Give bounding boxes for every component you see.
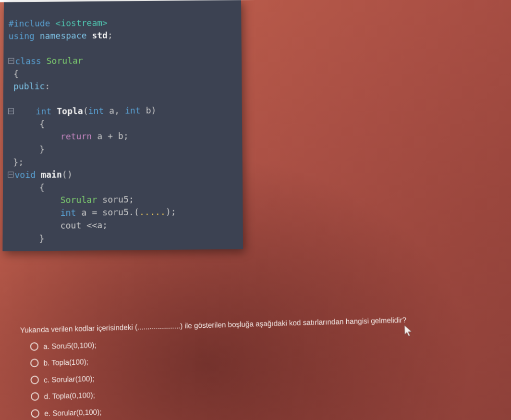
code-token: #include (9, 18, 56, 29)
code-token: () (62, 169, 73, 180)
fold-toggle-icon[interactable] (8, 172, 13, 177)
code-token: using (9, 31, 40, 41)
code-token: { (39, 182, 45, 192)
code-token: <<a; (86, 220, 108, 230)
code-token: { (8, 69, 19, 79)
fold-toggle-icon[interactable] (8, 58, 14, 64)
code-token: }; (8, 157, 24, 168)
code-token: int (88, 106, 110, 116)
radio-icon[interactable] (30, 375, 39, 384)
radio-icon[interactable] (31, 392, 39, 401)
code-token: ) (151, 105, 156, 115)
code-token: ; (108, 30, 113, 40)
code-token: namespace (40, 30, 92, 41)
code-token: Sorular (47, 55, 83, 66)
code-token: b (146, 105, 151, 115)
code-token: int (61, 207, 82, 218)
code-token: ..... (139, 207, 166, 217)
radio-icon[interactable] (31, 409, 39, 418)
code-token: a + b; (97, 131, 129, 141)
code-token: a = soru5.( (81, 207, 139, 218)
code-token: public (8, 81, 45, 91)
code-token: return (61, 131, 97, 141)
code-token: void (14, 170, 41, 180)
code-token: ; (129, 194, 134, 205)
code-token: std (92, 30, 108, 40)
question-area: Yukarıda verilen kodlar içerisindeki (..… (20, 311, 511, 420)
code-token: <iostream> (55, 18, 108, 28)
radio-icon[interactable] (30, 342, 39, 351)
option-label: a. Soru5(0,100); (43, 338, 97, 352)
code-token: main (41, 169, 62, 180)
code-token: : (45, 81, 50, 91)
code-token: , (114, 105, 125, 115)
cursor-icon (404, 325, 413, 337)
radio-icon[interactable] (30, 359, 39, 368)
option-label: b. Topla(100); (43, 355, 88, 369)
code-token: { (39, 119, 45, 129)
code-token: Topla (57, 106, 83, 116)
code-token: int (125, 105, 146, 116)
code-token: a (109, 106, 114, 116)
option-label: c. Sorular(100); (44, 372, 95, 386)
code-token: ); (166, 207, 176, 217)
code-token: soru5 (102, 194, 129, 205)
fold-toggle-icon[interactable] (8, 108, 14, 114)
code-token: } (39, 233, 44, 244)
code-token: } (39, 144, 45, 154)
code-token: class (15, 56, 46, 66)
code-block: #include <iostream> using namespace std;… (2, 0, 243, 251)
option-label: e. Sorular(0,100); (44, 405, 102, 420)
code-token: Sorular (61, 194, 103, 205)
option-label: d. Topla(0,100); (44, 389, 95, 403)
code-token: ( (83, 106, 88, 116)
code-token: int (36, 106, 57, 117)
code-token: cout (60, 220, 86, 231)
